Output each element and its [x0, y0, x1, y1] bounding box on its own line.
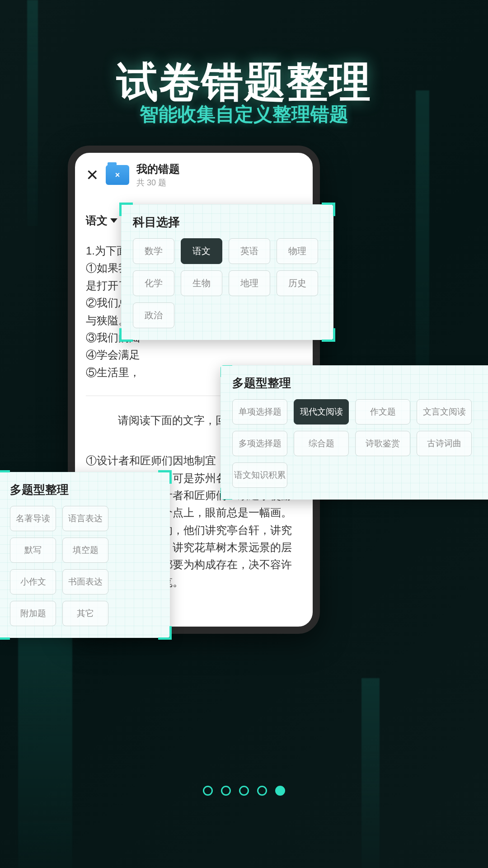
- question-type-panel-left: 多题型整理 名著导读语言表达默写填空题小作文书面表达附加题其它: [0, 472, 170, 638]
- subject-label: 语文: [86, 213, 108, 228]
- chip-option[interactable]: 多项选择题: [232, 431, 287, 456]
- chip-option[interactable]: 单项选择题: [232, 399, 287, 425]
- pager-dot[interactable]: [239, 786, 249, 796]
- chip-option[interactable]: 地理: [229, 270, 270, 296]
- chip-option[interactable]: 化学: [133, 270, 174, 296]
- bg-decoration: [18, 633, 72, 868]
- chip-option[interactable]: 文言文阅读: [417, 399, 472, 425]
- pager-dot[interactable]: [203, 786, 213, 796]
- chip-option[interactable]: 名著导读: [10, 506, 56, 531]
- chip-option[interactable]: 作文题: [355, 399, 410, 425]
- pager-dots: [0, 786, 488, 796]
- panel-title: 科目选择: [121, 204, 333, 238]
- chip-option[interactable]: 历史: [277, 270, 318, 296]
- subject-chip-grid: 数学语文英语物理化学生物地理历史政治: [121, 238, 333, 340]
- chip-option[interactable]: 政治: [133, 302, 174, 328]
- chevron-down-icon: [110, 218, 117, 223]
- chip-option[interactable]: 语文知识积累: [232, 462, 287, 488]
- subject-select-panel: 科目选择 数学语文英语物理化学生物地理历史政治: [121, 204, 333, 340]
- type-chip-grid: 单项选择题现代文阅读作文题文言文阅读多项选择题综合题诗歌鉴赏古诗词曲语文知识积累: [221, 399, 488, 500]
- chip-option[interactable]: 英语: [229, 238, 270, 264]
- chip-option[interactable]: 物理: [277, 238, 318, 264]
- type-chip-grid: 名著导读语言表达默写填空题小作文书面表达附加题其它: [0, 506, 170, 638]
- chip-option[interactable]: 小作文: [10, 569, 56, 594]
- chip-option[interactable]: 语言表达: [62, 506, 108, 531]
- chip-option[interactable]: 其它: [62, 601, 108, 626]
- bg-decoration: [361, 678, 380, 868]
- chip-option[interactable]: 默写: [10, 538, 56, 563]
- chip-option[interactable]: 书面表达: [62, 569, 108, 594]
- panel-title: 多题型整理: [0, 472, 170, 506]
- panel-title: 多题型整理: [221, 365, 488, 399]
- chip-option[interactable]: 生物: [181, 270, 222, 296]
- chip-option[interactable]: 附加题: [10, 601, 56, 626]
- folder-icon: ×: [106, 165, 129, 185]
- pager-dot[interactable]: [275, 786, 285, 796]
- pager-dot[interactable]: [221, 786, 231, 796]
- chip-option[interactable]: 数学: [133, 238, 174, 264]
- hero-subtitle: 智能收集自定义整理错题: [0, 102, 488, 127]
- chip-option[interactable]: 诗歌鉴赏: [355, 431, 410, 456]
- question-count: 共 30 题: [136, 177, 180, 188]
- chip-option[interactable]: 现代文阅读: [294, 399, 349, 425]
- chip-option[interactable]: 古诗词曲: [417, 431, 472, 456]
- chip-option[interactable]: 综合题: [294, 431, 349, 456]
- close-icon[interactable]: ✕: [86, 166, 99, 184]
- question-type-panel-right: 多题型整理 单项选择题现代文阅读作文题文言文阅读多项选择题综合题诗歌鉴赏古诗词曲…: [221, 365, 488, 500]
- chip-option[interactable]: 语文: [181, 238, 222, 264]
- page-header: ✕ × 我的错题 共 30 题: [75, 153, 313, 195]
- chip-option[interactable]: 填空题: [62, 538, 108, 563]
- page-title: 我的错题: [136, 162, 180, 176]
- bg-decoration: [416, 90, 429, 407]
- pager-dot[interactable]: [257, 786, 267, 796]
